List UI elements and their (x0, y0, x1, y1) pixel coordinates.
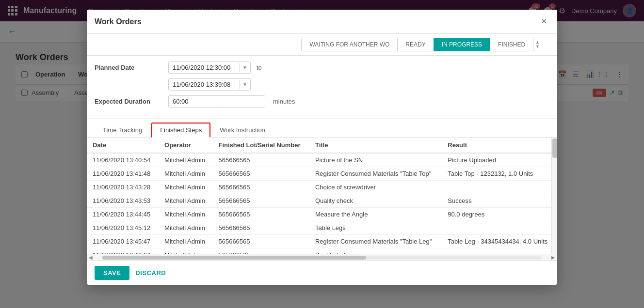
cell-date: 11/06/2020 13:46:04 (87, 248, 159, 254)
status-finished[interactable]: FINISHED (490, 38, 533, 51)
status-in-progress[interactable]: IN PROGRESS (434, 38, 490, 51)
col-result: Result (442, 138, 557, 153)
discard-button[interactable]: DISCARD (135, 269, 166, 277)
cell-operator: Mitchell Admin (159, 153, 212, 167)
planned-date-from-field[interactable] (169, 62, 239, 73)
table-header-row: Date Operator Finished Lot/Serial Number… (87, 138, 557, 153)
cell-lot: 565666565 (212, 153, 309, 167)
cell-result: Table Leg - 34345434434, 4.0 Units (442, 235, 557, 248)
table-row: 11/06/2020 13:41:48Mitchell Admin5656665… (87, 167, 557, 181)
scroll-left[interactable]: ◀ (87, 255, 95, 260)
planned-date-label: Planned Date (95, 64, 162, 71)
cell-title: Choice of screwdriver (309, 181, 442, 194)
cell-operator: Mitchell Admin (159, 181, 212, 194)
form-section: Planned Date ▼ to ▼ Expected Duration (87, 56, 557, 119)
status-bar: WAITING FOR ANOTHER WO READY IN PROGRESS… (87, 34, 557, 56)
table-row: 11/06/2020 13:45:47Mitchell Admin5656665… (87, 235, 557, 248)
expected-duration-label: Expected Duration (95, 98, 162, 105)
cell-lot: 565666565 (212, 221, 309, 235)
date-to-arrow[interactable]: ▼ (239, 80, 250, 89)
cell-date: 11/06/2020 13:41:48 (87, 167, 159, 181)
date-from-arrow[interactable]: ▼ (239, 63, 250, 72)
cell-operator: Mitchell Admin (159, 194, 212, 208)
planned-date-to-input[interactable]: ▼ (168, 78, 251, 91)
table-wrapper: Date Operator Finished Lot/Serial Number… (87, 138, 557, 254)
cell-title: Register Consumed Materials "Table Top" (309, 167, 442, 181)
table-row: 11/06/2020 13:43:28Mitchell Admin5656665… (87, 181, 557, 194)
expected-duration-field[interactable] (169, 96, 265, 107)
cell-date: 11/06/2020 13:43:53 (87, 194, 159, 208)
status-waiting[interactable]: WAITING FOR ANOTHER WO (301, 38, 398, 51)
tabs-row: Time Tracking Finished Steps Work Instru… (87, 119, 557, 138)
cell-operator: Mitchell Admin (159, 248, 212, 254)
modal: Work Orders × WAITING FOR ANOTHER WO REA… (87, 10, 557, 285)
expected-duration-row: Expected Duration minutes (95, 95, 549, 108)
scroll-thumb (552, 139, 557, 158)
to-connector: to (257, 64, 262, 71)
modal-overlay: Work Orders × WAITING FOR ANOTHER WO REA… (0, 0, 644, 308)
cell-title: Measure the Angle (309, 208, 442, 221)
modal-body: WAITING FOR ANOTHER WO READY IN PROGRESS… (87, 34, 557, 261)
cell-result: Table Top - 1232132, 1.0 Units (442, 167, 557, 181)
modal-close-button[interactable]: × (538, 15, 549, 28)
cell-date: 11/06/2020 13:45:12 (87, 221, 159, 235)
cell-title: Print Labels (309, 248, 442, 254)
cell-result: Success (442, 194, 557, 208)
cell-lot: 565666565 (212, 208, 309, 221)
tab-time-tracking[interactable]: Time Tracking (95, 123, 150, 138)
cell-date: 11/06/2020 13:44:45 (87, 208, 159, 221)
cell-lot: 565666565 (212, 194, 309, 208)
cell-date: 11/06/2020 13:45:47 (87, 235, 159, 248)
minutes-label: minutes (273, 98, 295, 105)
tab-work-instruction[interactable]: Work Instruction (211, 123, 274, 138)
cell-operator: Mitchell Admin (159, 221, 212, 235)
cell-lot: 565666565 (212, 167, 309, 181)
cell-operator: Mitchell Admin (159, 167, 212, 181)
table-row: 11/06/2020 13:45:12Mitchell Admin5656665… (87, 221, 557, 235)
col-operator: Operator (159, 138, 212, 153)
vertical-scrollbar[interactable] (551, 138, 557, 254)
cell-title: Quality check (309, 194, 442, 208)
table-row: 11/06/2020 13:43:53Mitchell Admin5656665… (87, 194, 557, 208)
scroll-controls: ▲ ▼ (535, 40, 540, 49)
horizontal-scrollbar[interactable]: ◀ ▶ (87, 254, 557, 261)
cell-title: Register Consumed Materials "Table Leg" (309, 235, 442, 248)
cell-operator: Mitchell Admin (159, 235, 212, 248)
col-date: Date (87, 138, 159, 153)
cell-date: 11/06/2020 13:40:54 (87, 153, 159, 167)
cell-result (442, 248, 557, 254)
scroll-right[interactable]: ▶ (549, 255, 557, 260)
modal-footer: SAVE DISCARD (87, 261, 557, 285)
cell-operator: Mitchell Admin (159, 208, 212, 221)
table-row: 11/06/2020 13:46:04Mitchell Admin5656665… (87, 248, 557, 254)
modal-header: Work Orders × (87, 10, 557, 34)
cell-date: 11/06/2020 13:43:28 (87, 181, 159, 194)
table-row: 11/06/2020 13:40:54Mitchell Admin5656665… (87, 153, 557, 167)
cell-result: Picture Uploaded (442, 153, 557, 167)
expected-duration-input[interactable] (168, 95, 265, 108)
cell-lot: 565666565 (212, 235, 309, 248)
planned-date-to-field[interactable] (169, 79, 239, 90)
save-button[interactable]: SAVE (95, 266, 129, 280)
cell-result: 90.0 degrees (442, 208, 557, 221)
cell-title: Picture of the SN (309, 153, 442, 167)
cell-result (442, 181, 557, 194)
col-title: Title (309, 138, 442, 153)
cell-result (442, 221, 557, 235)
planned-date-row: Planned Date ▼ to (95, 62, 549, 74)
tab-finished-steps[interactable]: Finished Steps (151, 123, 210, 138)
cell-title: Table Legs (309, 221, 442, 235)
table-row: 11/06/2020 13:44:45Mitchell Admin5656665… (87, 208, 557, 221)
finished-steps-table: Date Operator Finished Lot/Serial Number… (87, 138, 557, 254)
cell-lot: 565666565 (212, 248, 309, 254)
planned-date-from-input[interactable]: ▼ (168, 62, 251, 74)
cell-lot: 565666565 (212, 181, 309, 194)
status-ready[interactable]: READY (397, 38, 434, 51)
h-scroll-thumb (102, 256, 366, 260)
planned-date-to-row: ▼ (95, 78, 549, 91)
modal-title: Work Orders (95, 17, 142, 26)
h-scroll-track (102, 256, 542, 260)
col-lot: Finished Lot/Serial Number (212, 138, 309, 153)
